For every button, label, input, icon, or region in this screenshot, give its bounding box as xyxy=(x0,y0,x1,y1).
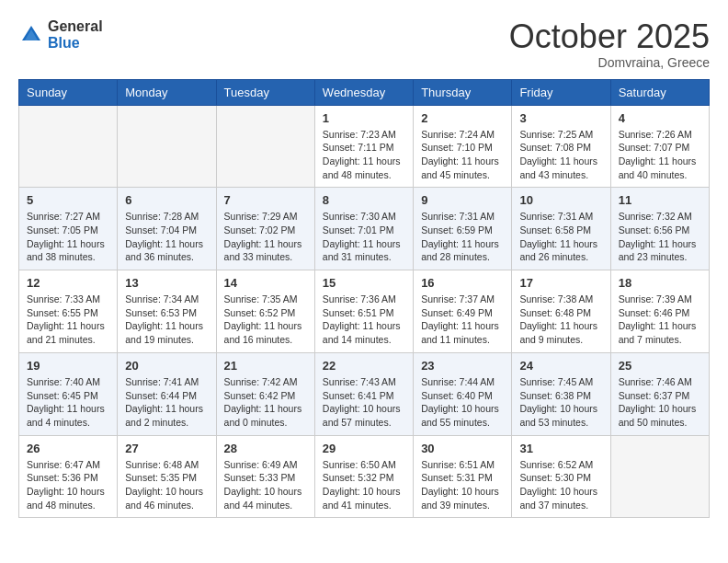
calendar-day: 31Sunrise: 6:52 AM Sunset: 5:30 PM Dayli… xyxy=(512,435,610,518)
calendar-day: 2Sunrise: 7:24 AM Sunset: 7:10 PM Daylig… xyxy=(414,105,512,188)
title-block: October 2025 Domvraina, Greece xyxy=(509,18,710,70)
day-info: Sunrise: 7:23 AM Sunset: 7:11 PM Dayligh… xyxy=(323,128,405,182)
weekday-header-thursday: Thursday xyxy=(414,79,512,105)
calendar-day: 27Sunrise: 6:48 AM Sunset: 5:35 PM Dayli… xyxy=(118,435,216,518)
day-info: Sunrise: 7:30 AM Sunset: 7:01 PM Dayligh… xyxy=(323,210,405,264)
weekday-header-monday: Monday xyxy=(118,79,216,105)
day-info: Sunrise: 7:26 AM Sunset: 7:07 PM Dayligh… xyxy=(619,128,701,182)
day-info: Sunrise: 7:34 AM Sunset: 6:53 PM Dayligh… xyxy=(125,293,208,347)
calendar-day: 5Sunrise: 7:27 AM Sunset: 7:05 PM Daylig… xyxy=(19,188,118,270)
day-number: 12 xyxy=(27,276,109,290)
calendar-day: 4Sunrise: 7:26 AM Sunset: 7:07 PM Daylig… xyxy=(610,105,709,188)
day-number: 3 xyxy=(519,111,602,125)
day-info: Sunrise: 7:25 AM Sunset: 7:08 PM Dayligh… xyxy=(519,128,602,182)
day-info: Sunrise: 7:36 AM Sunset: 6:51 PM Dayligh… xyxy=(323,293,405,347)
calendar-day: 16Sunrise: 7:37 AM Sunset: 6:49 PM Dayli… xyxy=(414,270,512,353)
calendar-day xyxy=(118,105,216,188)
calendar-day: 13Sunrise: 7:34 AM Sunset: 6:53 PM Dayli… xyxy=(118,270,216,353)
page-header: General Blue October 2025 Domvraina, Gre… xyxy=(18,18,710,70)
day-number: 7 xyxy=(224,193,307,207)
day-info: Sunrise: 6:52 AM Sunset: 5:30 PM Dayligh… xyxy=(519,458,602,512)
day-info: Sunrise: 6:49 AM Sunset: 5:33 PM Dayligh… xyxy=(224,458,307,512)
day-info: Sunrise: 7:31 AM Sunset: 6:58 PM Dayligh… xyxy=(519,210,602,264)
day-info: Sunrise: 7:42 AM Sunset: 6:42 PM Dayligh… xyxy=(224,375,307,430)
day-number: 8 xyxy=(323,193,405,207)
calendar-day: 1Sunrise: 7:23 AM Sunset: 7:11 PM Daylig… xyxy=(314,105,413,188)
location-subtitle: Domvraina, Greece xyxy=(509,55,710,70)
day-number: 20 xyxy=(125,359,208,373)
day-number: 6 xyxy=(125,193,208,207)
day-number: 29 xyxy=(323,442,405,455)
calendar-day: 7Sunrise: 7:29 AM Sunset: 7:02 PM Daylig… xyxy=(216,188,314,270)
calendar-week-row: 5Sunrise: 7:27 AM Sunset: 7:05 PM Daylig… xyxy=(19,188,710,270)
day-number: 31 xyxy=(519,442,602,455)
weekday-header-wednesday: Wednesday xyxy=(314,79,413,105)
day-info: Sunrise: 7:41 AM Sunset: 6:44 PM Dayligh… xyxy=(125,375,208,430)
logo-icon xyxy=(18,22,44,48)
day-info: Sunrise: 7:31 AM Sunset: 6:59 PM Dayligh… xyxy=(421,210,504,264)
calendar-table: SundayMondayTuesdayWednesdayThursdayFrid… xyxy=(18,79,710,519)
day-info: Sunrise: 7:44 AM Sunset: 6:40 PM Dayligh… xyxy=(421,375,504,430)
day-number: 22 xyxy=(323,359,405,373)
calendar-day: 26Sunrise: 6:47 AM Sunset: 5:36 PM Dayli… xyxy=(19,435,118,518)
day-number: 25 xyxy=(619,359,701,373)
day-info: Sunrise: 7:29 AM Sunset: 7:02 PM Dayligh… xyxy=(224,210,307,264)
weekday-header-row: SundayMondayTuesdayWednesdayThursdayFrid… xyxy=(19,79,710,105)
calendar-day: 24Sunrise: 7:45 AM Sunset: 6:38 PM Dayli… xyxy=(512,352,610,435)
day-number: 1 xyxy=(323,111,405,125)
calendar-day: 3Sunrise: 7:25 AM Sunset: 7:08 PM Daylig… xyxy=(512,105,610,188)
weekday-header-friday: Friday xyxy=(512,79,610,105)
day-number: 4 xyxy=(619,111,701,125)
calendar-day xyxy=(610,435,709,518)
weekday-header-saturday: Saturday xyxy=(610,79,709,105)
weekday-header-tuesday: Tuesday xyxy=(216,79,314,105)
day-info: Sunrise: 7:45 AM Sunset: 6:38 PM Dayligh… xyxy=(519,375,602,430)
day-info: Sunrise: 6:48 AM Sunset: 5:35 PM Dayligh… xyxy=(125,458,208,512)
logo-blue: Blue xyxy=(48,35,103,52)
day-number: 28 xyxy=(224,442,307,455)
day-info: Sunrise: 6:47 AM Sunset: 5:36 PM Dayligh… xyxy=(27,458,109,512)
calendar-day: 21Sunrise: 7:42 AM Sunset: 6:42 PM Dayli… xyxy=(216,352,314,435)
calendar-day: 6Sunrise: 7:28 AM Sunset: 7:04 PM Daylig… xyxy=(118,188,216,270)
day-number: 16 xyxy=(421,276,504,290)
day-number: 2 xyxy=(421,111,504,125)
day-number: 13 xyxy=(125,276,208,290)
calendar-day: 30Sunrise: 6:51 AM Sunset: 5:31 PM Dayli… xyxy=(414,435,512,518)
calendar-day: 23Sunrise: 7:44 AM Sunset: 6:40 PM Dayli… xyxy=(414,352,512,435)
calendar-day: 25Sunrise: 7:46 AM Sunset: 6:37 PM Dayli… xyxy=(610,352,709,435)
day-number: 19 xyxy=(27,359,109,373)
day-info: Sunrise: 7:40 AM Sunset: 6:45 PM Dayligh… xyxy=(27,375,109,430)
day-number: 14 xyxy=(224,276,307,290)
weekday-header-sunday: Sunday xyxy=(19,79,118,105)
day-info: Sunrise: 7:27 AM Sunset: 7:05 PM Dayligh… xyxy=(27,210,109,264)
day-number: 11 xyxy=(619,193,701,207)
month-title: October 2025 xyxy=(509,18,710,55)
day-info: Sunrise: 7:28 AM Sunset: 7:04 PM Dayligh… xyxy=(125,210,208,264)
day-number: 15 xyxy=(323,276,405,290)
day-number: 30 xyxy=(421,442,504,455)
day-number: 5 xyxy=(27,193,109,207)
day-info: Sunrise: 7:24 AM Sunset: 7:10 PM Dayligh… xyxy=(421,128,504,182)
day-number: 18 xyxy=(619,276,701,290)
day-info: Sunrise: 7:43 AM Sunset: 6:41 PM Dayligh… xyxy=(323,375,405,430)
day-info: Sunrise: 7:46 AM Sunset: 6:37 PM Dayligh… xyxy=(619,375,701,430)
calendar-day: 8Sunrise: 7:30 AM Sunset: 7:01 PM Daylig… xyxy=(314,188,413,270)
day-number: 17 xyxy=(519,276,602,290)
calendar-day: 29Sunrise: 6:50 AM Sunset: 5:32 PM Dayli… xyxy=(314,435,413,518)
day-number: 24 xyxy=(519,359,602,373)
day-info: Sunrise: 7:35 AM Sunset: 6:52 PM Dayligh… xyxy=(224,293,307,347)
calendar-day: 19Sunrise: 7:40 AM Sunset: 6:45 PM Dayli… xyxy=(19,352,118,435)
day-number: 10 xyxy=(519,193,602,207)
day-info: Sunrise: 7:37 AM Sunset: 6:49 PM Dayligh… xyxy=(421,293,504,347)
day-number: 26 xyxy=(27,442,109,455)
day-number: 23 xyxy=(421,359,504,373)
calendar-day: 28Sunrise: 6:49 AM Sunset: 5:33 PM Dayli… xyxy=(216,435,314,518)
day-info: Sunrise: 6:51 AM Sunset: 5:31 PM Dayligh… xyxy=(421,458,504,512)
calendar-day: 22Sunrise: 7:43 AM Sunset: 6:41 PM Dayli… xyxy=(314,352,413,435)
day-info: Sunrise: 7:33 AM Sunset: 6:55 PM Dayligh… xyxy=(27,293,109,347)
day-info: Sunrise: 7:38 AM Sunset: 6:48 PM Dayligh… xyxy=(519,293,602,347)
calendar-day xyxy=(19,105,118,188)
calendar-day xyxy=(216,105,314,188)
calendar-day: 17Sunrise: 7:38 AM Sunset: 6:48 PM Dayli… xyxy=(512,270,610,353)
logo: General Blue xyxy=(18,18,103,51)
